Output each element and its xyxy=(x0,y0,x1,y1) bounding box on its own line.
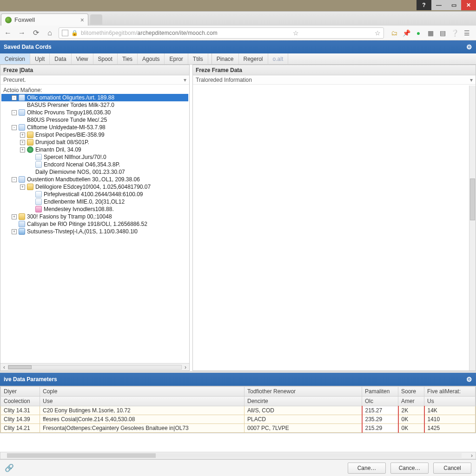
col-renewor[interactable]: Todfiother Renewor xyxy=(245,387,362,397)
left-hscroll[interactable]: ‹› xyxy=(0,363,189,370)
menu-ceirsion[interactable]: Ceirsion xyxy=(0,53,30,64)
menu-spoot[interactable]: Spoot xyxy=(93,53,118,64)
tree-item[interactable]: -Ollic omationt Oligurtes./urt. 189.88 xyxy=(1,94,188,101)
tree-item[interactable]: +Delilogiore ESdcey10!004, 1.025,6048179… xyxy=(1,183,188,191)
address-bar[interactable]: 🔒 blitomethin6pegitbom/archepditemcon/it… xyxy=(59,27,384,39)
tree-item[interactable]: +Einantn Dril, 34.09 xyxy=(1,146,188,153)
tree-twist-icon[interactable]: + xyxy=(20,147,25,152)
sub-use[interactable]: Use xyxy=(40,397,245,406)
tree-twist-icon[interactable]: + xyxy=(20,185,25,190)
tree-label: Endcord Ncenal O46,354.3.8P. xyxy=(44,161,120,168)
col-soore[interactable]: Soore xyxy=(398,387,424,397)
sub-amer[interactable]: Amer xyxy=(398,397,424,406)
pane-tools-icon[interactable]: ▾ xyxy=(184,75,186,85)
whatsapp-icon[interactable]: ● xyxy=(415,29,422,37)
tree-item[interactable]: +300! Fasions by Ttramp 00,:10048 xyxy=(1,213,188,220)
forward-button[interactable]: → xyxy=(17,28,27,38)
tree-item[interactable]: B80US Pressore Tunde Mec/.25 xyxy=(1,116,188,124)
tree-label: Endlenbente MllE.0, 20(31,OL12 xyxy=(44,198,125,205)
menu-ttils[interactable]: Ttils xyxy=(188,53,208,64)
tree-item[interactable]: +Sutsuness-Tlvstep|-l,A,(01S, 1.10/0.348… xyxy=(1,228,188,235)
table-row[interactable]: Clity 14.31C20 Eony Butinges M.1sorie, 1… xyxy=(1,406,476,415)
new-tab-button[interactable] xyxy=(90,14,102,25)
menu-epror[interactable]: Epror xyxy=(165,53,188,64)
bookmark-star2-icon[interactable]: ☆ xyxy=(375,29,381,37)
tree-item[interactable]: Callsyan be RlO Pitinge 1918/OLl, 1.2656… xyxy=(1,220,188,228)
tree-item[interactable]: -Olhloc Provuns Tinguy186,036.30 xyxy=(1,109,188,116)
gear-icon[interactable]: ⚙ xyxy=(466,43,472,51)
tree-twist-icon[interactable]: + xyxy=(20,140,25,145)
col-pamaliten[interactable]: Pamaliten xyxy=(362,387,398,397)
tree-item[interactable]: +Ensipot Pecipes/BlE-358.99 xyxy=(1,131,188,139)
pane-tools2-icon[interactable]: ▾ xyxy=(470,75,473,85)
back-button[interactable]: ← xyxy=(3,28,13,38)
cance-button[interactable]: Cance… xyxy=(390,463,429,474)
pin-icon[interactable]: 📌 xyxy=(403,29,410,37)
tree-twist-icon[interactable]: + xyxy=(20,132,25,138)
tree-item[interactable]: -Cliftome Unldyedate-Ml-53.7.98 xyxy=(1,124,188,131)
sub-us[interactable]: Us xyxy=(424,397,476,406)
table-row[interactable]: Clity 14.39ffesres Cosial|Conle.214 S,40… xyxy=(1,415,476,424)
col-merat[interactable]: Five aliMerat: xyxy=(424,387,476,397)
tree-item[interactable]: Mendestey Ivnodlers108.88. xyxy=(1,205,188,213)
col-cople[interactable]: Cople xyxy=(40,387,245,397)
page-icon xyxy=(19,221,25,227)
sub-coolection[interactable]: Coolection xyxy=(1,397,40,406)
cane-button[interactable]: Cane… xyxy=(348,463,386,474)
live-grid[interactable]: Diyer Cople Todfiother Renewor Pamaliten… xyxy=(0,386,476,433)
tree-label: Oustention Mandbuttellen 30,.OL1, 209.38… xyxy=(27,176,140,183)
tree-item[interactable]: -Oustention Mandbuttellen 30,.OL1, 209.3… xyxy=(1,176,188,183)
sub-dencirte[interactable]: Dencirte xyxy=(245,397,362,406)
table-row[interactable]: Clity 14.21Fresonta|Odtenpes:Cegaintery … xyxy=(1,424,476,433)
link-icon[interactable]: 🔗 xyxy=(5,463,14,472)
menu-agouts[interactable]: Agouts xyxy=(138,53,165,64)
menu-uplt[interactable]: Uplt xyxy=(30,53,50,64)
gear2-icon[interactable]: ⚙ xyxy=(466,376,472,383)
tree-label: Drunjod balt 08/S01P. xyxy=(35,139,89,145)
doc-icon xyxy=(35,198,42,205)
tree-item[interactable]: Endcord Ncenal O46,354.3.8P. xyxy=(1,161,188,168)
tree-item[interactable]: Endlenbente MllE.0, 20(31,OL12 xyxy=(1,198,188,205)
tree-item[interactable]: Pirfeplvesticall 4100.2644/3448:6100.09 xyxy=(1,191,188,198)
tree-item[interactable]: BASUS Prersner Tordes Milk-327.0 xyxy=(1,101,188,109)
tree-item[interactable]: Spercet Nllfnor.Jurs/70!.0 xyxy=(1,153,188,161)
live-hscroll[interactable]: › xyxy=(0,452,476,459)
right-vscroll[interactable] xyxy=(469,86,476,370)
cast-icon[interactable]: ▤ xyxy=(439,29,446,37)
grid-icon[interactable]: ▦ xyxy=(427,29,434,37)
tree-twist-icon[interactable]: - xyxy=(12,110,17,115)
tree-twist-icon[interactable]: - xyxy=(12,125,17,130)
tree-view[interactable]: Actoio Mañone: -Ollic omationt Oligurtes… xyxy=(0,85,189,363)
tree-item[interactable]: Daily Diemiovne NOS, 001.23.30.07 xyxy=(1,168,188,176)
minimize-button[interactable]: — xyxy=(431,0,446,10)
footer: 🔗 Cane… Cance… Cancel xyxy=(0,459,476,476)
menu-data[interactable]: Data xyxy=(50,53,71,64)
tree-twist-icon[interactable]: + xyxy=(12,229,17,234)
tree-twist-icon[interactable]: - xyxy=(12,95,17,100)
sub-olc[interactable]: Olc xyxy=(362,397,398,406)
info-icon[interactable]: ❔ xyxy=(451,29,458,37)
page-icon xyxy=(19,109,25,116)
cell: 1425 xyxy=(424,424,476,433)
bookmark-star-icon[interactable]: ☆ xyxy=(293,29,299,37)
fold-icon xyxy=(27,184,33,190)
tree-twist-icon[interactable]: + xyxy=(12,214,17,219)
maximize-button[interactable]: ▭ xyxy=(446,0,461,10)
menu-regerol[interactable]: Regerol xyxy=(239,53,268,64)
close-button[interactable]: ✕ xyxy=(461,0,476,10)
menu-icon[interactable]: ☰ xyxy=(463,29,470,37)
folder-icon[interactable]: 🗂 xyxy=(390,29,398,37)
help-button[interactable]: ? xyxy=(416,0,431,10)
tree-item[interactable]: +Drunjod balt 08/S01P. xyxy=(1,139,188,146)
cell: Clity 14.31 xyxy=(1,406,40,415)
tree-twist-icon[interactable]: - xyxy=(12,177,17,182)
home-button[interactable]: ⌂ xyxy=(45,28,55,38)
menu-pinace[interactable]: Pinace xyxy=(212,53,239,64)
browser-tab[interactable]: Foxwell × xyxy=(1,13,88,26)
col-diyer[interactable]: Diyer xyxy=(1,387,40,397)
tab-close-icon[interactable]: × xyxy=(80,16,84,24)
reload-button[interactable]: ⟳ xyxy=(31,28,41,38)
menu-view[interactable]: View xyxy=(72,53,93,64)
cancel-button[interactable]: Cancel xyxy=(433,463,471,474)
menu-ties[interactable]: Ties xyxy=(118,53,138,64)
